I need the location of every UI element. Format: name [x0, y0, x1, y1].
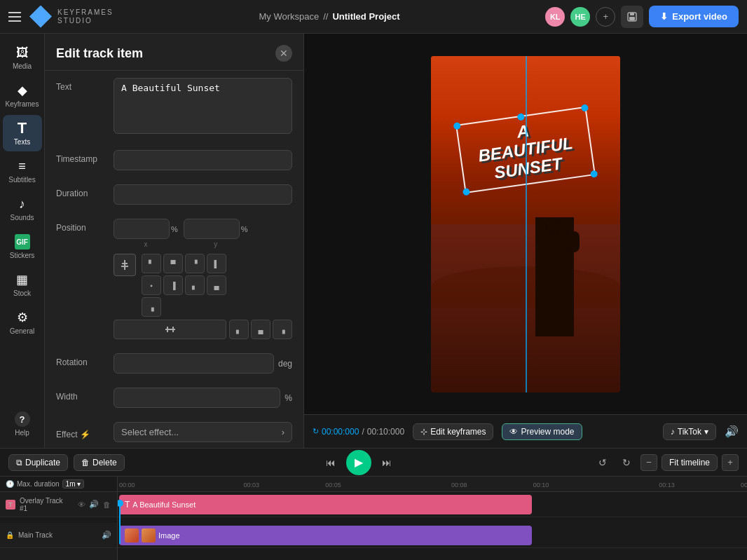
duration-input[interactable]: 00:10:000 [114, 184, 292, 205]
undo-button[interactable]: ↺ [593, 453, 612, 472]
effect-select[interactable]: Select effect... › [114, 422, 292, 442]
tracks-area: T A Beautiful Sunset Image [118, 492, 747, 548]
keyframes-icon: ◆ [15, 83, 30, 98]
align-b1[interactable]: ▖ [229, 320, 249, 339]
align-b2[interactable]: ▄ [251, 320, 270, 339]
eye-icon: 👁 [509, 427, 518, 437]
align-mc[interactable]: ▪ [142, 275, 161, 295]
skip-forward-button[interactable]: ⏭ [377, 453, 397, 472]
sidebar-item-subtitles[interactable]: ≡ Subtitles [3, 153, 42, 189]
edit-keyframes-button[interactable]: ⊹ Edit keyframes [413, 423, 493, 440]
main-content: 🖼 Media ◆ Keyframes T Texts ≡ Subtitles … [0, 34, 747, 448]
align-center-btn[interactable] [114, 254, 136, 276]
position-field-value: 19.96 % x 15.87 % y [114, 219, 292, 339]
project-name: Untitled Project [332, 11, 399, 22]
pos-y-unit: % [241, 225, 248, 233]
skip-back-button[interactable]: ⏮ [321, 453, 341, 472]
zoom-out-button[interactable]: − [640, 454, 657, 471]
text-clip[interactable]: T A Beautiful Sunset [119, 495, 532, 514]
close-edit-panel-button[interactable]: ✕ [275, 45, 292, 62]
sidebar-item-help[interactable]: ? Help [3, 406, 42, 442]
width-input[interactable]: 59.95 [114, 388, 280, 408]
delete-button[interactable]: 🗑 Delete [74, 454, 125, 471]
chevron-down-icon: ▾ [704, 427, 708, 437]
align-bottom-row: ▖ ▄ ▗ [114, 320, 292, 339]
overlay-track-name: Overlay Track #1 [20, 497, 72, 512]
duplicate-button[interactable]: ⧉ Duplicate [8, 454, 68, 471]
timestamp-input[interactable]: 00:00:000 [114, 150, 292, 170]
overlay-mute-btn[interactable]: 🔊 [89, 500, 99, 510]
handle-tm[interactable] [517, 113, 525, 121]
align-mr[interactable]: ▐ [163, 275, 183, 295]
align-b3[interactable]: ▗ [273, 320, 292, 339]
play-button[interactable]: ▶ [346, 450, 371, 475]
duplicate-icon: ⧉ [16, 458, 22, 467]
effect-placeholder: Select effect... [121, 427, 179, 437]
position-x-input[interactable]: 19.96 [114, 219, 170, 239]
timeline-toolbar: ⧉ Duplicate 🗑 Delete ⏮ ▶ ⏭ ↺ ↻ − Fit tim… [0, 449, 747, 477]
handle-tl[interactable] [453, 122, 461, 130]
position-inputs: 19.96 % x 15.87 % y [114, 219, 292, 248]
sidebar-item-sounds[interactable]: ♪ Sounds [3, 191, 42, 227]
playhead-gap [0, 517, 117, 523]
align-tc[interactable]: ▀ [163, 254, 183, 273]
zoom-in-button[interactable]: + [722, 454, 739, 471]
time-separator: / [362, 427, 364, 437]
width-field-row: Width 59.95 % [45, 381, 303, 415]
sidebar-item-stickers[interactable]: GIF Stickers [3, 228, 42, 265]
image-clip-thumb-2 [142, 528, 156, 542]
sidebar-item-media[interactable]: 🖼 Media [3, 39, 42, 76]
playhead-row [118, 517, 747, 523]
rotation-input[interactable]: 7.38 [114, 353, 274, 374]
position-y-input[interactable]: 15.87 [184, 219, 240, 239]
sidebar-label-keyframes: Keyframes [6, 100, 39, 108]
align-br[interactable]: ▗ [142, 297, 161, 317]
video-frame: A BEAUTIFULSUNSET [431, 56, 620, 392]
effect-lightning-icon: ⚡ [80, 430, 90, 439]
overlay-visibility-btn[interactable]: 👁 [76, 500, 86, 510]
main-mute-btn[interactable]: 🔊 [102, 531, 111, 540]
platform-selector[interactable]: ♪ TikTok ▾ [663, 423, 716, 440]
add-collaborator-button[interactable]: + [596, 7, 615, 27]
chevron-right-icon: › [282, 427, 285, 437]
overlay-track-row: T A Beautiful Sunset [118, 492, 747, 517]
volume-button[interactable]: 🔊 [725, 425, 739, 438]
align-stretch-h[interactable] [114, 320, 226, 339]
sidebar-item-general[interactable]: ⚙ General [3, 304, 42, 341]
menu-button[interactable] [8, 12, 21, 22]
align-tl[interactable]: ▘ [142, 254, 161, 273]
overlay-track-icon: T [6, 500, 15, 510]
ruler-mark-0: 00:00 [119, 482, 135, 489]
sidebar-item-stock[interactable]: ▦ Stock [3, 266, 42, 303]
subtitles-icon: ≡ [15, 158, 30, 174]
align-tr[interactable]: ▝ [185, 254, 205, 273]
svg-rect-4 [122, 263, 128, 264]
position-label: Position [56, 219, 105, 233]
position-field-row: Position 19.96 % x 15.87 % [45, 212, 303, 346]
overlay-delete-btn[interactable]: 🗑 [102, 500, 111, 510]
redo-button[interactable]: ↻ [617, 453, 636, 472]
sidebar-item-keyframes[interactable]: ◆ Keyframes [3, 77, 42, 114]
fit-timeline-button[interactable]: Fit timeline [662, 454, 718, 471]
image-clip[interactable]: Image [119, 526, 532, 545]
align-bl[interactable]: ▖ [185, 275, 205, 295]
tiktok-icon: ♪ [671, 427, 675, 437]
duration-label: Duration [56, 184, 105, 198]
timeline-content: 🕐 Max. duration 1m ▾ T Overlay Track #1 … [0, 477, 747, 560]
text-input[interactable]: A Beautiful Sunset [114, 78, 292, 134]
align-bc[interactable]: ▄ [207, 275, 226, 295]
save-button[interactable] [621, 6, 643, 28]
sounds-icon: ♪ [15, 196, 30, 212]
duration-value-button[interactable]: 1m ▾ [62, 479, 84, 489]
export-video-button[interactable]: ⬇ Export video [649, 6, 739, 27]
sidebar-item-texts[interactable]: T Texts [3, 115, 42, 151]
preview-mode-button[interactable]: 👁 Preview mode [502, 423, 582, 440]
align-ml[interactable]: ▌ [207, 254, 226, 273]
timestamp-field-value: 00:00:000 [114, 150, 292, 170]
text-field-value: A Beautiful Sunset [114, 78, 292, 136]
logo-icon [29, 6, 52, 28]
width-unit: % [285, 393, 292, 403]
pos-y-with-unit: 15.87 % [184, 219, 248, 239]
effect-label: Effect ⚡ [56, 425, 105, 439]
playhead-line [526, 56, 527, 392]
